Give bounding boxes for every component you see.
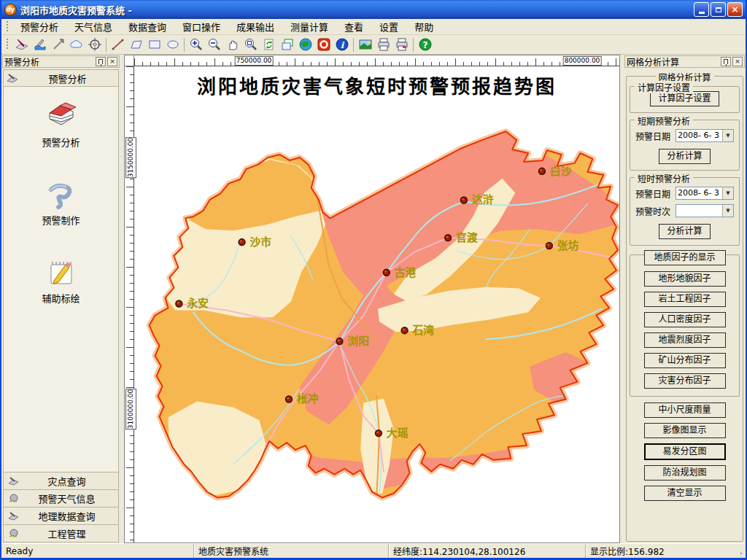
menu-item-output[interactable]: 成果输出 (228, 18, 282, 35)
menu-item-weather-info[interactable]: 天气信息 (66, 18, 120, 35)
map-canvas[interactable]: 沙市永安白沙达浒官渡张坊古港石湾浏阳枨冲大瑶 浏阳地质灾害气象短时预警预报趋势图… (124, 55, 620, 543)
svg-text:白沙: 白沙 (550, 165, 572, 178)
geo-factors-title-button[interactable]: 地质因子的显示 (644, 250, 726, 265)
minimize-button[interactable] (694, 2, 709, 17)
picker-arrow-icon[interactable] (49, 36, 67, 53)
chevron-down-icon[interactable]: ▼ (722, 187, 733, 199)
geotech-factor-button[interactable]: 岩土工程因子 (644, 292, 726, 307)
draw-polygon-icon[interactable] (127, 36, 145, 53)
tool-label: 辅助标绘 (42, 291, 80, 305)
restore-icon (716, 7, 721, 12)
menu-item-view[interactable]: 查看 (336, 18, 371, 35)
window-title: 浏阳市地质灾害预警系统 - (20, 3, 692, 17)
clear-display-button[interactable]: 清空显示 (644, 486, 726, 501)
left-panel-caption: 预警分析 × (2, 55, 120, 68)
svg-text:?: ? (422, 40, 427, 50)
resize-grip[interactable] (735, 544, 746, 558)
pan-hand-icon[interactable] (223, 36, 241, 53)
zoom-in-icon[interactable] (187, 36, 205, 53)
restore-button[interactable] (711, 2, 726, 17)
close-button[interactable]: × (727, 2, 743, 17)
status-system-name: 地质灾害预警系统 (193, 544, 388, 558)
image-view-icon[interactable] (356, 36, 374, 53)
zoom-extent-icon[interactable] (241, 36, 260, 53)
left-panel-close-button[interactable]: × (107, 57, 117, 66)
bar-warning-weather-info[interactable]: 预警天气信息 (4, 489, 118, 507)
rainfall-button[interactable]: 中小尺度雨量 (644, 402, 726, 418)
bar-disaster-point-query[interactable]: 灾点查询 (4, 472, 118, 489)
left-panel-content: 预警分析 预警分析 (3, 69, 119, 542)
left-panel-header[interactable]: 预警分析 (4, 70, 118, 87)
app-window: dy 浏阳市地质灾害预警系统 - × 预警分析 天气信息 数据查询 窗口操作 成… (0, 0, 747, 560)
mine-factor-button[interactable]: 矿山分布因子 (644, 353, 726, 368)
menu-item-help[interactable]: 帮助 (406, 18, 441, 35)
draw-line-icon[interactable] (109, 36, 127, 53)
left-panel: 预警分析 × 预警分析 (1, 55, 120, 543)
imagery-button[interactable]: 影像图显示 (644, 423, 726, 438)
menu-item-window-ops[interactable]: 窗口操作 (174, 18, 228, 35)
menu-item-warning-analysis[interactable]: 预警分析 (12, 18, 66, 35)
chevron-down-icon[interactable]: ▼ (722, 130, 733, 141)
stop-icon[interactable] (314, 36, 333, 53)
nowcast-group-label: 短时预警分析 (635, 172, 693, 184)
right-panel-pin-button[interactable] (721, 57, 731, 66)
right-panel-caption: 网格分析计算 × (624, 55, 745, 68)
draw-ellipse-icon[interactable] (163, 36, 182, 53)
map-title: 浏阳地质灾害气象短时预警预报趋势图 (134, 71, 619, 98)
nowcast-date-label: 预警日期 (635, 187, 676, 200)
clean-tool-icon[interactable] (31, 36, 49, 53)
brush-icon (8, 511, 20, 521)
susceptibility-map-button[interactable]: 易发分区图 (644, 443, 726, 460)
info-icon[interactable]: i (333, 36, 351, 53)
brush-icon (8, 476, 20, 486)
edit-map-icon[interactable] (12, 36, 31, 53)
toolbar-grip[interactable] (6, 39, 9, 50)
tool-warning-analysis[interactable]: 预警分析 (42, 100, 80, 149)
factor-settings-button[interactable]: 计算因子设置 (650, 91, 719, 106)
short-term-date-select[interactable]: 2008- 6- 3 ▼ (676, 129, 734, 142)
zoom-out-icon[interactable] (205, 36, 223, 53)
svg-text:永安: 永安 (186, 297, 209, 310)
print-preview-icon[interactable] (392, 36, 411, 53)
terrain-factor-button[interactable]: 地形地貌因子 (644, 271, 726, 287)
short-term-analyze-button[interactable]: 分析计算 (659, 149, 710, 164)
bar-project-management[interactable]: 工程管理 (4, 524, 118, 542)
nowcast-date-select[interactable]: 2008- 6- 3 ▼ (676, 187, 734, 200)
toolbar-separator (184, 38, 185, 52)
population-factor-button[interactable]: 人口密度因子 (644, 312, 726, 327)
bar-geo-data-query[interactable]: 地理数据查询 (4, 507, 118, 524)
nowcast-time-select[interactable]: ▼ (676, 204, 734, 217)
brush-icon (7, 73, 20, 83)
menu-item-measure[interactable]: 测量计算 (282, 18, 336, 35)
toolbar-separator (413, 38, 414, 52)
left-panel-pin-button[interactable] (96, 57, 106, 66)
menu-item-settings[interactable]: 设置 (371, 18, 406, 35)
right-panel-close-button[interactable]: × (732, 57, 743, 66)
toolbar-separator (353, 38, 354, 52)
cloud-icon[interactable] (67, 36, 85, 53)
menu-grip[interactable] (6, 21, 9, 33)
chevron-down-icon[interactable]: ▼ (722, 205, 733, 217)
tool-warning-making[interactable]: 预警制作 (42, 178, 80, 227)
refresh-view-icon[interactable] (260, 36, 278, 53)
short-term-date-label: 预警日期 (635, 130, 676, 142)
nowcast-analyze-button[interactable]: 分析计算 (659, 224, 710, 239)
nowcast-group: 短时预警分析 预警日期 2008- 6- 3 ▼ 预警时次 (630, 177, 740, 246)
globe-icon[interactable] (296, 36, 314, 53)
draw-rectangle-icon[interactable] (145, 36, 163, 53)
short-term-group: 短期预警分析 预警日期 2008- 6- 3 ▼ 分析计算 (630, 120, 740, 171)
copy-window-icon[interactable] (278, 36, 296, 53)
svg-text:大瑶: 大瑶 (387, 427, 409, 440)
nowcast-time-label: 预警时次 (635, 205, 676, 217)
right-panel-title: 网格分析计算 (627, 55, 719, 68)
locate-crosshair-icon[interactable] (85, 36, 104, 53)
seismic-factor-button[interactable]: 地震烈度因子 (644, 332, 726, 348)
tool-list: 预警分析 预警制作 (4, 87, 118, 472)
tool-aux-plot[interactable]: 辅助标绘 (42, 256, 80, 305)
help-icon[interactable]: ? (416, 36, 434, 53)
prevention-plan-button[interactable]: 防治规划图 (644, 465, 726, 481)
menu-item-data-query[interactable]: 数据查询 (120, 18, 174, 35)
print-icon[interactable] (374, 36, 392, 53)
disaster-factor-button[interactable]: 灾害分布因子 (644, 373, 726, 389)
map-graphic: 沙市永安白沙达浒官渡张坊古港石湾浏阳枨冲大瑶 (125, 55, 619, 542)
